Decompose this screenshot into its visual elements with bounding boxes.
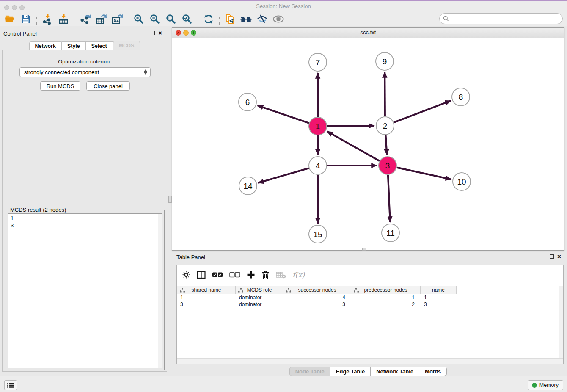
deselect-all-icon[interactable]	[229, 272, 240, 278]
edge-1-6[interactable]	[258, 105, 309, 123]
select-all-icon[interactable]	[212, 272, 223, 278]
node-4[interactable]: 4	[309, 157, 327, 174]
zoom-in-icon[interactable]	[132, 13, 145, 25]
float-panel-icon[interactable]	[151, 31, 155, 35]
toolbar-separator	[198, 14, 198, 25]
export-network-icon[interactable]	[79, 13, 91, 25]
network-graph[interactable]: 7968124314101511	[172, 38, 564, 250]
node-14[interactable]: 14	[239, 177, 257, 195]
svg-text:6: 6	[245, 98, 250, 107]
table-cell[interactable]: 3	[421, 301, 457, 308]
vertical-split-handle[interactable]	[168, 196, 172, 203]
zoom-selected-icon[interactable]	[181, 13, 193, 25]
table-cell[interactable]: 1	[177, 294, 236, 301]
table-cell[interactable]: 1	[421, 294, 457, 301]
close-table-panel-icon[interactable]: ×	[557, 254, 561, 259]
save-session-icon[interactable]	[19, 13, 32, 25]
edge-2-8[interactable]	[394, 101, 451, 122]
control-panel-buttons: ×	[151, 31, 162, 35]
table-vertical-scrollbar[interactable]	[559, 286, 563, 358]
column-header-shared-name[interactable]: shared name	[177, 286, 236, 294]
table-cell[interactable]: 1	[351, 294, 421, 301]
close-panel-button[interactable]: Close panel	[86, 81, 130, 91]
node-9[interactable]: 9	[376, 52, 394, 70]
show-details-icon[interactable]	[272, 13, 285, 25]
main-toolbar	[0, 12, 567, 26]
edge-4-14[interactable]	[258, 168, 309, 183]
apply-function-icon[interactable]: f(x)	[292, 271, 305, 279]
delete-row-icon[interactable]	[261, 271, 270, 279]
table-body: 1dominator4113dominator323	[177, 294, 457, 308]
node-10[interactable]: 10	[453, 173, 471, 190]
table-header: shared nameMCDS rolesuccessor nodesprede…	[177, 286, 457, 294]
add-row-icon[interactable]	[247, 271, 255, 279]
tab-edge-table[interactable]: Edge Table	[330, 367, 371, 376]
memory-status-icon	[532, 383, 537, 388]
fit-content-icon[interactable]	[165, 13, 177, 25]
criterion-dropdown[interactable]: strongly connected component	[19, 67, 151, 77]
search-input[interactable]	[451, 15, 554, 22]
node-15[interactable]: 15	[309, 225, 327, 243]
node-8[interactable]: 8	[452, 88, 470, 106]
edge-2-3[interactable]	[385, 135, 387, 155]
tab-network-table[interactable]: Network Table	[371, 367, 419, 376]
toolbar-separator	[36, 14, 37, 25]
horizontal-split-handle[interactable]	[362, 248, 366, 251]
hide-details-icon[interactable]	[256, 13, 269, 25]
svg-text:8: 8	[459, 93, 463, 102]
network-window-titlebar[interactable]: × − + scc.txt	[172, 28, 564, 39]
svg-text:2: 2	[383, 121, 388, 130]
node-3[interactable]: 3	[379, 157, 396, 174]
memory-button[interactable]: Memory	[528, 380, 563, 390]
mcds-result-area[interactable]: 13	[8, 213, 162, 368]
run-mcds-button[interactable]: Run MCDS	[40, 81, 80, 91]
table-settings-icon[interactable]	[182, 271, 190, 279]
table-cell[interactable]: dominator	[236, 294, 284, 301]
search-field[interactable]	[439, 13, 563, 24]
edge-3-11[interactable]	[388, 175, 390, 222]
show-columns-icon[interactable]	[197, 271, 206, 279]
first-neighbors-icon[interactable]	[240, 13, 253, 25]
svg-text:7: 7	[316, 58, 320, 67]
node-6[interactable]: 6	[239, 93, 256, 111]
table-cell[interactable]: 4	[284, 294, 351, 301]
import-network-icon[interactable]	[41, 13, 54, 25]
table-cell[interactable]: 2	[351, 301, 421, 308]
open-session-icon[interactable]	[3, 13, 16, 25]
table-row[interactable]: 1dominator411	[177, 294, 457, 301]
node-11[interactable]: 11	[382, 224, 399, 242]
close-panel-icon[interactable]: ×	[158, 31, 162, 35]
import-table-icon[interactable]	[57, 13, 70, 25]
table-cell[interactable]: dominator	[236, 301, 284, 308]
edge-1-2[interactable]	[327, 126, 374, 126]
edge-3-1[interactable]	[327, 131, 380, 161]
task-history-button[interactable]	[4, 380, 17, 390]
result-scrollbar[interactable]	[158, 214, 162, 368]
node-1[interactable]: 1	[309, 117, 327, 135]
table-cell[interactable]: 3	[284, 301, 351, 308]
export-image-icon[interactable]	[111, 13, 124, 25]
optimization-criterion-label: Optimization criterion:	[3, 58, 167, 65]
table-horizontal-scrollbar[interactable]	[177, 358, 563, 364]
column-header-name[interactable]: name	[421, 286, 457, 294]
float-table-panel-icon[interactable]	[550, 254, 554, 259]
svg-text:15: 15	[313, 230, 322, 239]
column-header-successor-nodes[interactable]: successor nodes	[284, 286, 351, 294]
tab-motifs[interactable]: Motifs	[419, 367, 447, 376]
network-canvas[interactable]: 7968124314101511	[172, 38, 564, 250]
delete-table-icon[interactable]	[276, 271, 286, 279]
export-table-icon[interactable]	[95, 13, 107, 25]
zoom-out-icon[interactable]	[149, 13, 161, 25]
node-7[interactable]: 7	[309, 53, 327, 71]
duplicate-network-icon[interactable]	[224, 13, 237, 25]
refresh-icon[interactable]	[202, 13, 215, 25]
column-header-MCDS-role[interactable]: MCDS role	[236, 286, 284, 294]
edge-3-10[interactable]	[396, 168, 451, 179]
table-row[interactable]: 3dominator323	[177, 301, 457, 308]
tab-node-table[interactable]: Node Table	[289, 367, 330, 376]
node-2[interactable]: 2	[376, 117, 394, 135]
mcds-result-box: MCDS result (2 nodes) 13	[6, 210, 165, 370]
table-cell[interactable]: 3	[177, 301, 236, 308]
edge-2-9[interactable]	[385, 72, 385, 116]
column-header-predecessor-nodes[interactable]: predecessor nodes	[351, 286, 421, 294]
